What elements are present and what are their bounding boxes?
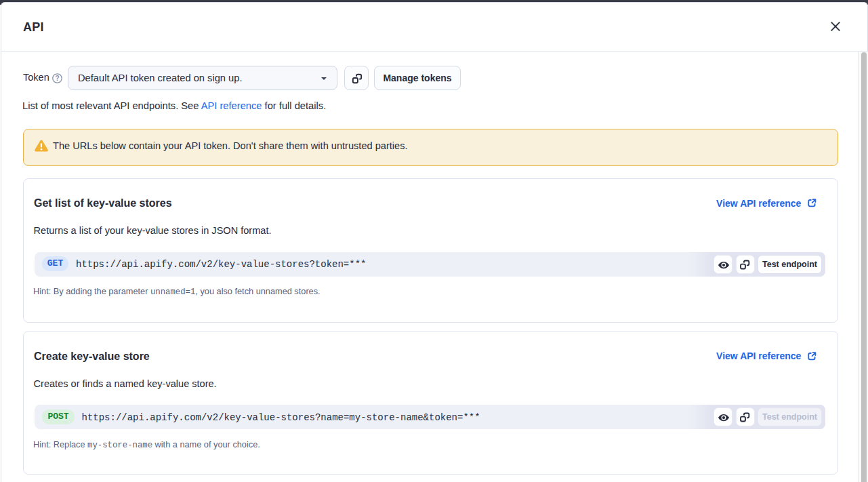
svg-text:?: ?	[55, 75, 59, 82]
